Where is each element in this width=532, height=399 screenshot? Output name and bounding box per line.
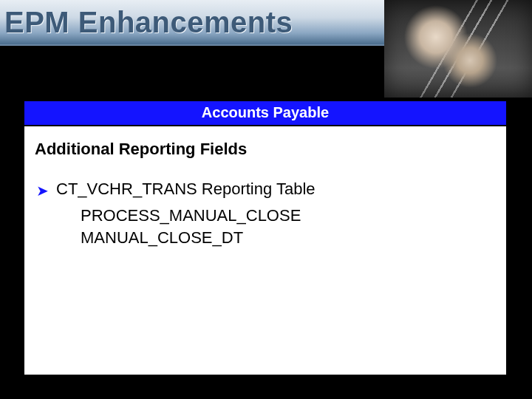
- section-header: Accounts Payable: [24, 101, 506, 126]
- slide: EPM Enhancements Accounts Payable Additi…: [0, 0, 532, 399]
- subheading: Additional Reporting Fields: [35, 140, 496, 159]
- content-body: Additional Reporting Fields ➤ CT_VCHR_TR…: [24, 126, 506, 262]
- content-box: Accounts Payable Additional Reporting Fi…: [22, 99, 508, 377]
- field-item: MANUAL_CLOSE_DT: [81, 227, 496, 249]
- keyboard-photo: [384, 0, 532, 98]
- bullet-label: CT_VCHR_TRANS Reporting Table: [56, 180, 316, 199]
- bullet-arrow-icon: ➤: [36, 181, 49, 200]
- field-item: PROCESS_MANUAL_CLOSE: [81, 205, 496, 227]
- bullet-item: ➤ CT_VCHR_TRANS Reporting Table: [36, 180, 496, 200]
- slide-title: EPM Enhancements: [4, 6, 293, 39]
- field-list: PROCESS_MANUAL_CLOSE MANUAL_CLOSE_DT: [81, 205, 496, 249]
